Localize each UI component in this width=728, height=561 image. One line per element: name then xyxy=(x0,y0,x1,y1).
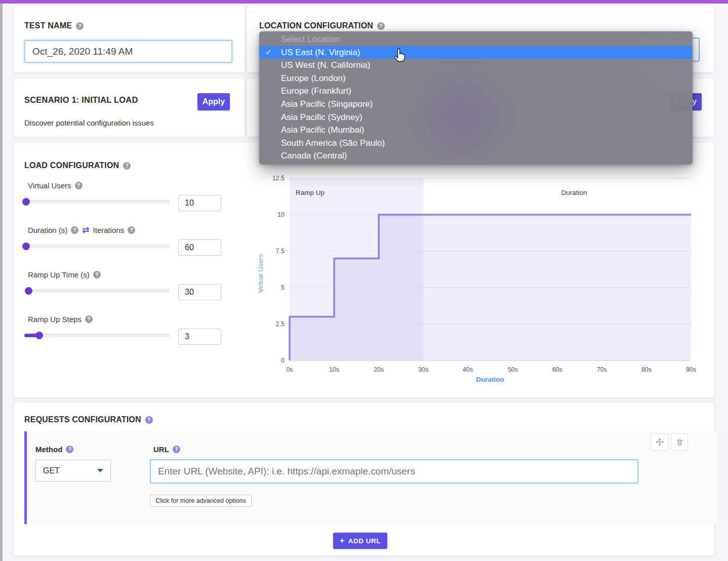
svg-text:20s: 20s xyxy=(374,366,384,373)
dropdown-item-placeholder: Select Location xyxy=(259,33,693,46)
svg-text:0s: 0s xyxy=(286,366,293,373)
add-url-label: ADD URL xyxy=(348,537,381,545)
location-label: LOCATION CONFIGURATION xyxy=(259,21,373,30)
svg-text:50s: 50s xyxy=(508,366,518,373)
method-label: Method xyxy=(35,445,62,454)
request-accent-bar xyxy=(24,431,27,524)
app-screen: TEST NAME ? LOCATION CONFIGURATION ? SCE… xyxy=(0,0,728,561)
y-axis-ticks: 12.5 10 7.5 5 2.5 0 xyxy=(272,175,285,364)
mouse-cursor xyxy=(393,48,406,64)
method-select[interactable]: GET xyxy=(35,460,111,482)
svg-text:5: 5 xyxy=(281,284,285,291)
help-icon[interactable]: ? xyxy=(145,416,153,424)
trash-icon xyxy=(676,438,683,446)
scenario1-title: SCENARIO 1: INITIAL LOAD xyxy=(24,95,138,105)
help-icon[interactable]: ? xyxy=(71,226,78,234)
slider-thumb[interactable] xyxy=(25,287,32,295)
scenario1-description: Discover potential configuration issues xyxy=(24,118,154,127)
scenario1-card: SCENARIO 1: INITIAL LOAD Apply Discover … xyxy=(14,78,245,137)
iterations-label: Iterations xyxy=(93,226,125,234)
svg-text:30s: 30s xyxy=(418,366,428,373)
dropdown-item[interactable]: Asia Pacific (Sydney) xyxy=(259,111,693,124)
dropdown-item[interactable]: Europe (Frankfurt) xyxy=(259,85,693,98)
svg-text:80s: 80s xyxy=(641,366,652,373)
url-input[interactable] xyxy=(150,459,638,484)
help-icon[interactable]: ? xyxy=(85,315,93,323)
delete-request-button[interactable] xyxy=(671,433,688,451)
svg-text:60s: 60s xyxy=(552,366,562,373)
ramp-up-time-slider[interactable] xyxy=(24,289,170,293)
svg-text:40s: 40s xyxy=(463,366,473,373)
x-axis-ticks: 0s 10s 20s 30s 40s 50s 60s 70s 80s 90s xyxy=(286,366,696,373)
svg-text:70s: 70s xyxy=(597,366,607,373)
dropdown-item[interactable]: South America (São Paulo) xyxy=(259,137,693,150)
requests-title: REQUESTS CONFIGURATION xyxy=(24,415,141,424)
svg-text:10: 10 xyxy=(277,211,285,218)
dropdown-item-selected[interactable]: ✓ US East (N. Virginia) xyxy=(259,46,693,59)
load-config-title: LOAD CONFIGURATION xyxy=(24,161,119,170)
left-edge-strip xyxy=(0,4,3,561)
virtual-users-value[interactable] xyxy=(178,195,221,211)
svg-text:7.5: 7.5 xyxy=(276,248,285,255)
help-icon[interactable]: ? xyxy=(173,446,180,453)
chevron-down-icon xyxy=(97,469,103,472)
ramp-up-steps-label: Ramp Up Steps xyxy=(28,315,82,324)
help-icon[interactable]: ? xyxy=(66,446,73,453)
ramp-up-time-value[interactable] xyxy=(178,284,221,300)
help-icon[interactable]: ? xyxy=(128,226,135,234)
test-name-card: TEST NAME ? xyxy=(14,5,245,72)
test-name-label: TEST NAME xyxy=(24,21,72,30)
svg-text:90s: 90s xyxy=(686,366,696,373)
virtual-users-label: Virtual Users xyxy=(28,181,71,190)
top-accent-bar xyxy=(0,0,728,4)
move-icon xyxy=(656,438,664,446)
duration-value[interactable] xyxy=(178,239,221,256)
ramp-up-steps-slider[interactable] xyxy=(24,334,170,337)
dropdown-item-label: US East (N. Virginia) xyxy=(281,48,360,57)
duration-region-label: Duration xyxy=(561,189,587,196)
slider-thumb[interactable] xyxy=(22,243,30,250)
add-url-button[interactable]: + ADD URL xyxy=(333,533,387,549)
plus-icon: + xyxy=(340,536,345,545)
slider-thumb[interactable] xyxy=(35,332,43,339)
load-profile-chart: 12.5 10 7.5 5 2.5 0 0s 10s 20s 30s 40s 5… xyxy=(253,174,699,386)
ramp-up-time-label: Ramp Up Time (s) xyxy=(28,270,90,279)
dropdown-item[interactable]: Europe (London) xyxy=(259,72,693,85)
dropdown-item[interactable]: Canada (Central) xyxy=(259,149,693,163)
ramp-up-region-label: Ramp Up xyxy=(296,189,325,196)
x-axis-title: Duration xyxy=(476,376,504,383)
help-icon[interactable]: ? xyxy=(123,162,131,170)
duration-slider[interactable] xyxy=(24,245,170,248)
svg-text:0: 0 xyxy=(281,357,285,364)
slider-thumb[interactable] xyxy=(22,198,30,206)
dropdown-item[interactable]: Asia Pacific (Singapore) xyxy=(259,98,693,111)
check-icon: ✓ xyxy=(265,46,272,59)
y-axis-title: Virtual Users xyxy=(257,254,264,293)
swap-icon[interactable]: ⇄ xyxy=(82,226,89,234)
location-dropdown-menu: Select Location ✓ US East (N. Virginia) … xyxy=(259,31,693,165)
svg-text:2.5: 2.5 xyxy=(276,320,285,328)
move-request-button[interactable] xyxy=(651,433,668,451)
apply-button[interactable]: Apply xyxy=(197,93,230,110)
advanced-options-button[interactable]: Click for more advanced options xyxy=(150,495,252,507)
svg-text:10s: 10s xyxy=(329,366,339,373)
dropdown-item[interactable]: Asia Pacific (Mumbai) xyxy=(259,124,693,137)
url-label: URL xyxy=(153,445,169,454)
duration-label: Duration (s) xyxy=(28,226,67,234)
help-icon[interactable]: ? xyxy=(76,22,84,30)
help-icon[interactable]: ? xyxy=(75,182,83,189)
help-icon[interactable]: ? xyxy=(93,271,101,278)
virtual-users-slider[interactable] xyxy=(24,200,170,204)
requests-card: REQUESTS CONFIGURATION ? Method ? GET UR… xyxy=(14,403,714,555)
svg-text:12.5: 12.5 xyxy=(272,175,285,182)
method-value: GET xyxy=(43,466,60,475)
ramp-up-steps-value[interactable] xyxy=(178,329,221,345)
help-icon[interactable]: ? xyxy=(377,22,385,30)
dropdown-item[interactable]: US West (N. California) xyxy=(259,59,693,72)
test-name-input[interactable] xyxy=(24,40,232,63)
